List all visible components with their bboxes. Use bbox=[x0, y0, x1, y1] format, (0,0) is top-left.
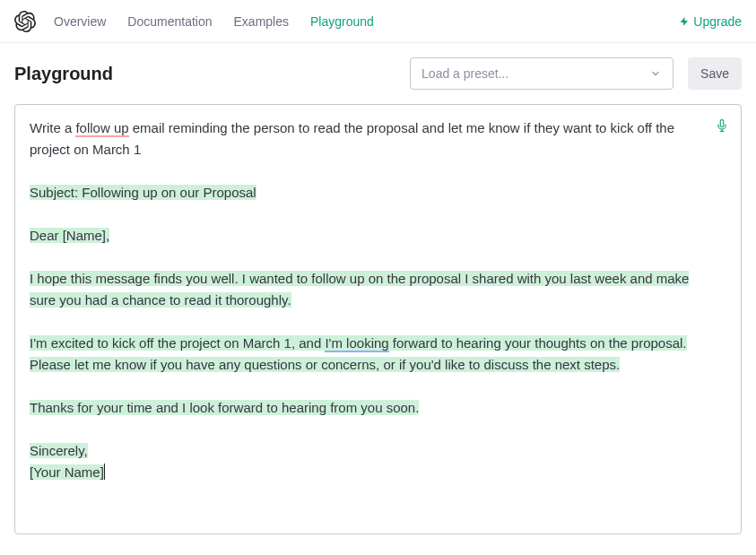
highlight: Subject: Following up on our Proposal bbox=[30, 185, 256, 200]
grammar-underline: I'm looking bbox=[325, 335, 388, 352]
bolt-icon bbox=[679, 16, 690, 27]
nav-links: Overview Documentation Examples Playgrou… bbox=[54, 14, 679, 29]
editor-container: Write a follow up email reminding the pe… bbox=[0, 104, 756, 549]
upgrade-label: Upgrade bbox=[693, 14, 742, 29]
top-nav: Overview Documentation Examples Playgrou… bbox=[0, 0, 756, 43]
nav-overview[interactable]: Overview bbox=[54, 14, 106, 29]
gen-paragraph-3: Thanks for your time and I look forward … bbox=[30, 397, 698, 419]
prompt-editor[interactable]: Write a follow up email reminding the pe… bbox=[14, 104, 742, 534]
gen-paragraph-1: I hope this message finds you well. I wa… bbox=[30, 268, 698, 311]
preset-placeholder: Load a preset... bbox=[421, 66, 508, 81]
nav-playground[interactable]: Playground bbox=[310, 14, 374, 29]
prompt-text-pre: Write a bbox=[30, 120, 75, 135]
chevron-down-icon bbox=[649, 67, 662, 80]
microphone-icon bbox=[716, 117, 728, 134]
upgrade-link[interactable]: Upgrade bbox=[679, 14, 742, 29]
editor-content: Write a follow up email reminding the pe… bbox=[30, 117, 726, 483]
highlight: I hope this message finds you well. I wa… bbox=[30, 271, 689, 308]
save-button[interactable]: Save bbox=[688, 57, 742, 90]
gen-paragraph-2: I'm excited to kick off the project on M… bbox=[30, 333, 698, 376]
nav-examples[interactable]: Examples bbox=[234, 14, 289, 29]
text-cursor bbox=[104, 464, 105, 480]
highlight: [Your Name] bbox=[30, 464, 104, 480]
microphone-button[interactable] bbox=[716, 117, 728, 140]
prompt-line: Write a follow up email reminding the pe… bbox=[30, 117, 698, 160]
gen-greeting: Dear [Name], bbox=[30, 225, 698, 247]
preset-select[interactable]: Load a preset... bbox=[410, 57, 673, 90]
highlight: Dear [Name], bbox=[30, 228, 109, 243]
highlight: I'm excited to kick off the project on M… bbox=[30, 335, 325, 351]
openai-logo[interactable] bbox=[14, 11, 36, 32]
openai-logo-icon bbox=[14, 11, 36, 32]
highlight: Sincerely, bbox=[30, 443, 88, 458]
sub-header: Playground Load a preset... Save bbox=[0, 43, 756, 104]
page-title: Playground bbox=[14, 64, 395, 84]
nav-documentation[interactable]: Documentation bbox=[127, 14, 212, 29]
gen-subject: Subject: Following up on our Proposal bbox=[30, 182, 698, 204]
spellcheck-underline: follow up bbox=[75, 120, 128, 137]
highlight: Thanks for your time and I look forward … bbox=[30, 400, 419, 415]
gen-signoff: Sincerely, [Your Name] bbox=[30, 440, 698, 483]
